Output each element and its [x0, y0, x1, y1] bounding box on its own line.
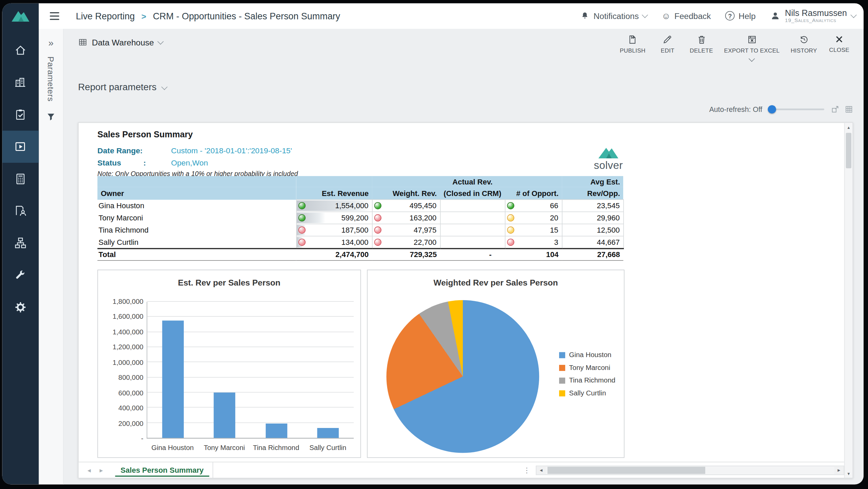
sheet-next-icon[interactable]: ►: [98, 467, 104, 473]
sidebar-item-home[interactable]: [2, 34, 39, 66]
x-category-label: Tony Marconi: [198, 444, 250, 453]
notifications-button[interactable]: Notifications: [580, 11, 647, 21]
publish-button[interactable]: PUBLISH: [616, 33, 649, 62]
legend-swatch: [559, 365, 565, 371]
history-button[interactable]: HISTORY: [787, 33, 820, 62]
pie-chart: Weighted Rev per Sales Person Gina Houst…: [367, 270, 624, 458]
indicator-red-icon: [298, 238, 305, 246]
y-tick-label: 800,000: [98, 374, 143, 382]
cell-value: 23,545: [597, 201, 619, 210]
y-tick-label: 200,000: [98, 419, 143, 427]
legend-label: Gina Houston: [569, 351, 611, 359]
auto-refresh-label: Auto-refresh: Off: [709, 105, 763, 113]
help-label: Help: [738, 11, 755, 21]
table-total-row: Total 2,474,700 729,325 - 104 27,668: [97, 248, 623, 260]
sidebar-item-tools[interactable]: [2, 259, 39, 291]
scroll-left-icon[interactable]: ◄: [536, 466, 546, 474]
sidebar-item-integrations[interactable]: [2, 227, 39, 259]
total-actual-rev: -: [440, 248, 505, 260]
horizontal-scrollbar[interactable]: ◄ ►: [536, 465, 844, 475]
cell-value: 187,500: [341, 226, 369, 234]
weight-rev-cell: 47,975: [372, 224, 440, 236]
smiley-icon: ☺: [662, 11, 671, 21]
sidebar-item-user-reports[interactable]: [2, 195, 39, 227]
vertical-scroll-thumb[interactable]: [846, 133, 851, 168]
sidebar-item-assignments[interactable]: [2, 99, 39, 131]
sidebar-item-settings[interactable]: [2, 291, 39, 324]
filter-funnel-icon[interactable]: [46, 112, 56, 121]
avg-rev-opp-cell: 12,500: [562, 224, 623, 236]
grid-view-icon[interactable]: [845, 105, 853, 113]
cell-value: 1,554,000: [335, 201, 368, 210]
bar-chart-plot: [147, 302, 354, 438]
legend-item: Tony Marconi: [559, 364, 615, 372]
auto-refresh-control: Auto-refresh: Off: [709, 105, 853, 113]
sidebar-item-organization[interactable]: [2, 66, 39, 99]
sidebar-item-live-reporting[interactable]: [2, 131, 39, 163]
user-menu[interactable]: Nils Rasmussen 19_Sales_Analytics: [770, 8, 856, 24]
cell-value: 12,500: [597, 226, 619, 234]
breadcrumb-section[interactable]: Live Reporting: [76, 11, 135, 21]
actual-rev-cell: [440, 200, 505, 212]
tab-strip-handle-icon[interactable]: ⋮: [523, 462, 536, 478]
total-avg-rev-opp: 27,668: [562, 248, 623, 260]
y-tick-label: 1,000,000: [98, 359, 143, 367]
hamburger-menu-icon[interactable]: [50, 12, 59, 20]
expand-panel-icon[interactable]: »: [48, 38, 53, 49]
report-parameters-toggle[interactable]: Report parameters: [78, 82, 166, 93]
legend-swatch: [559, 390, 565, 396]
owner-cell: Tina Richmond: [97, 224, 296, 236]
indicator-red-icon: [374, 238, 381, 246]
buildings-icon: [14, 76, 27, 89]
report-table-body: Gina Houston1,554,000495,4506623,545Tony…: [97, 200, 623, 249]
feedback-button[interactable]: ☺ Feedback: [662, 11, 711, 21]
cell-value: 29,960: [597, 214, 619, 222]
status-label: Status: [97, 158, 121, 167]
export-to-excel-button[interactable]: EXPORT TO EXCEL: [721, 33, 783, 62]
data-source-selector[interactable]: Data Warehouse: [78, 38, 163, 47]
close-icon: [834, 34, 844, 44]
indicator-yellow-icon: [507, 214, 514, 221]
auto-refresh-knob[interactable]: [768, 105, 776, 113]
pie-graphic: [387, 300, 539, 453]
solver-logo-mark[interactable]: [2, 3, 39, 29]
actual-rev-cell: [440, 212, 505, 224]
scroll-down-icon[interactable]: ▼: [845, 469, 852, 478]
close-button[interactable]: CLOSE: [825, 33, 854, 62]
help-icon: ?: [725, 11, 735, 21]
table-row: Tina Richmond187,50047,9751512,500: [97, 224, 623, 236]
excel-export-icon: [747, 34, 757, 45]
table-header-top-row: Actual Rev. Avg Est.: [97, 176, 623, 187]
chevron-down-icon: [749, 56, 755, 62]
auto-refresh-slider[interactable]: [769, 109, 824, 110]
bar-gina-houston: [162, 320, 184, 438]
scroll-right-icon[interactable]: ►: [834, 466, 844, 474]
sheet-prev-icon[interactable]: ◄: [86, 467, 92, 473]
sheet-tab-sales-person-summary[interactable]: Sales Person Summary: [112, 462, 213, 478]
legend-swatch: [559, 352, 565, 358]
opportunities-cell: 20: [505, 212, 562, 224]
vertical-scrollbar[interactable]: ▲ ▼: [844, 123, 852, 478]
horizontal-scroll-thumb[interactable]: [548, 467, 705, 474]
sidebar-item-budgeting[interactable]: [2, 163, 39, 195]
help-button[interactable]: ? Help: [725, 11, 756, 21]
user-icon: [770, 11, 781, 21]
opportunities-cell: 3: [505, 236, 562, 248]
bar-chart-title: Est. Rev per Sales Person: [98, 278, 360, 288]
expand-view-icon[interactable]: [831, 105, 839, 113]
scroll-up-icon[interactable]: ▲: [845, 123, 852, 132]
actual-rev-cell: [440, 236, 505, 248]
parameters-panel: » Parameters: [39, 29, 63, 485]
main-area: Data Warehouse PUBLISH EDIT: [63, 29, 864, 485]
y-tick-label: 1,200,000: [98, 344, 143, 351]
y-tick-label: 1,400,000: [98, 328, 143, 336]
bar-column: [251, 302, 302, 438]
parameters-label[interactable]: Parameters: [46, 57, 56, 102]
edit-button[interactable]: EDIT: [653, 33, 682, 62]
bar-sally-curtlin: [317, 428, 339, 438]
delete-button[interactable]: DELETE: [686, 33, 716, 62]
edit-label: EDIT: [661, 47, 674, 54]
cell-value: 163,200: [410, 214, 437, 222]
legend-label: Tina Richmond: [569, 376, 615, 384]
total-est-revenue: 2,474,700: [296, 248, 372, 260]
